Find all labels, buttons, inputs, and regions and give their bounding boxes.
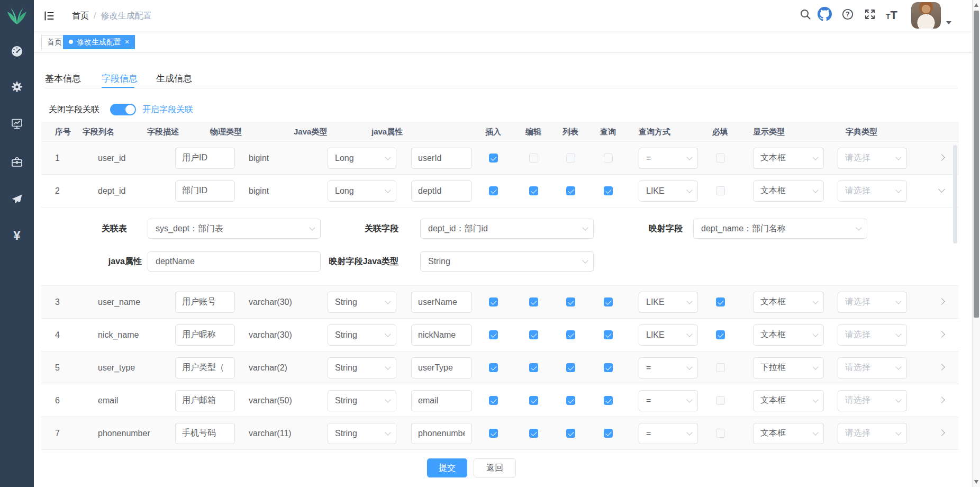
back-button[interactable]: 返回 (474, 458, 516, 477)
mapping-field-select[interactable]: dept_name：部门名称 (693, 219, 867, 239)
github-icon[interactable] (818, 7, 831, 21)
required-checkbox[interactable] (716, 396, 725, 405)
relation-toggle-on-label[interactable]: 开启字段关联 (142, 104, 193, 115)
relation-field-select[interactable]: dept_id：部门id (420, 219, 594, 239)
list-checkbox[interactable] (566, 363, 575, 372)
required-checkbox[interactable] (716, 363, 725, 372)
tag-current-page[interactable]: 修改生成配置× (63, 35, 135, 49)
tab-generate-info[interactable]: 生成信息 (156, 73, 192, 85)
java-type-select[interactable]: String (328, 324, 396, 346)
insert-checkbox[interactable] (489, 396, 498, 405)
query-checkbox[interactable] (604, 363, 613, 372)
list-checkbox[interactable] (566, 330, 575, 339)
column-desc-input[interactable] (175, 181, 235, 202)
java-prop-input[interactable] (411, 390, 472, 411)
edit-checkbox[interactable] (529, 330, 538, 339)
required-checkbox[interactable] (716, 330, 725, 339)
insert-checkbox[interactable] (489, 363, 498, 372)
required-checkbox[interactable] (716, 186, 725, 195)
tab-field-info[interactable]: 字段信息 (102, 73, 138, 85)
expand-row-toggle[interactable] (938, 331, 945, 338)
query-type-select[interactable]: = (639, 390, 698, 411)
java-prop-input[interactable] (411, 357, 472, 378)
html-type-select[interactable]: 文本框 (753, 423, 824, 444)
dict-type-select[interactable]: 请选择 (838, 423, 907, 444)
edit-checkbox[interactable] (529, 429, 538, 438)
query-type-select[interactable]: LIKE (639, 292, 698, 313)
user-avatar[interactable] (911, 2, 941, 29)
java-prop-input[interactable] (411, 423, 472, 444)
java-prop-input[interactable] (411, 292, 472, 313)
edit-checkbox[interactable] (529, 154, 538, 163)
query-type-select[interactable]: = (639, 423, 698, 444)
dict-type-select[interactable]: 请选择 (838, 324, 907, 346)
font-size-icon[interactable]: TT (886, 8, 904, 22)
dict-type-select[interactable]: 请选择 (838, 148, 907, 169)
java-type-select[interactable]: String (328, 292, 396, 313)
tab-basic-info[interactable]: 基本信息 (45, 73, 81, 85)
list-checkbox[interactable] (566, 429, 575, 438)
html-type-select[interactable]: 文本框 (753, 292, 824, 313)
query-checkbox[interactable] (604, 154, 613, 163)
insert-checkbox[interactable] (489, 186, 498, 195)
list-checkbox[interactable] (566, 186, 575, 195)
table-scrollbar-thumb[interactable] (953, 145, 957, 244)
java-type-select[interactable]: String (328, 357, 396, 378)
column-desc-input[interactable] (175, 292, 235, 313)
column-desc-input[interactable] (175, 324, 235, 346)
expand-row-toggle[interactable] (938, 298, 945, 305)
insert-checkbox[interactable] (489, 154, 498, 163)
expand-row-toggle[interactable] (938, 186, 945, 193)
edit-checkbox[interactable] (529, 297, 538, 306)
app-logo-icon[interactable] (0, 6, 34, 28)
html-type-select[interactable]: 文本框 (753, 148, 824, 169)
query-checkbox[interactable] (604, 297, 613, 306)
query-type-select[interactable]: = (639, 148, 698, 169)
sidebar-item-send-icon[interactable] (0, 193, 34, 208)
menu-fold-icon[interactable] (43, 10, 55, 22)
required-checkbox[interactable] (716, 297, 725, 306)
sidebar-item-settings-icon[interactable] (0, 80, 34, 95)
html-type-select[interactable]: 下拉框 (753, 357, 824, 378)
column-desc-input[interactable] (175, 423, 235, 444)
insert-checkbox[interactable] (489, 429, 498, 438)
java-type-select[interactable]: Long (328, 181, 396, 202)
search-icon[interactable] (799, 8, 813, 22)
java-type-select[interactable]: String (328, 390, 396, 411)
browser-scrollbar[interactable] (972, 0, 980, 487)
sidebar-item-toolbox-icon[interactable] (0, 156, 34, 170)
caret-down-icon[interactable] (946, 21, 951, 24)
query-checkbox[interactable] (604, 330, 613, 339)
sidebar-item-monitor-icon[interactable] (0, 118, 34, 132)
scrollbar-thumb[interactable] (974, 11, 979, 318)
dict-type-select[interactable]: 请选择 (838, 390, 907, 411)
query-checkbox[interactable] (604, 429, 613, 438)
field-relation-toggle[interactable] (110, 104, 136, 115)
query-type-select[interactable]: LIKE (639, 324, 698, 346)
list-checkbox[interactable] (566, 154, 575, 163)
breadcrumb-home[interactable]: 首页 (72, 11, 89, 20)
dict-type-select[interactable]: 请选择 (838, 357, 907, 378)
java-prop-input[interactable] (411, 324, 472, 346)
required-checkbox[interactable] (716, 154, 725, 163)
sidebar-item-dashboard-icon[interactable] (0, 45, 34, 60)
dict-type-select[interactable]: 请选择 (838, 181, 907, 202)
expand-row-toggle[interactable] (938, 396, 945, 403)
sidebar-item-currency-yen-icon[interactable]: ¥ (0, 229, 34, 242)
html-type-select[interactable]: 文本框 (753, 324, 824, 346)
html-type-select[interactable]: 文本框 (753, 181, 824, 202)
column-desc-input[interactable] (175, 390, 235, 411)
insert-checkbox[interactable] (489, 330, 498, 339)
edit-checkbox[interactable] (529, 396, 538, 405)
query-type-select[interactable]: LIKE (639, 181, 698, 202)
query-type-select[interactable]: = (639, 357, 698, 378)
java-prop-input[interactable] (411, 148, 472, 169)
html-type-select[interactable]: 文本框 (753, 390, 824, 411)
required-checkbox[interactable] (716, 429, 725, 438)
java-type-select[interactable]: String (328, 423, 396, 444)
java-type-select[interactable]: Long (328, 148, 396, 169)
mapping-java-type-select[interactable]: String (420, 251, 594, 272)
relation-java-prop-input[interactable] (148, 251, 321, 272)
edit-checkbox[interactable] (529, 363, 538, 372)
insert-checkbox[interactable] (489, 297, 498, 306)
